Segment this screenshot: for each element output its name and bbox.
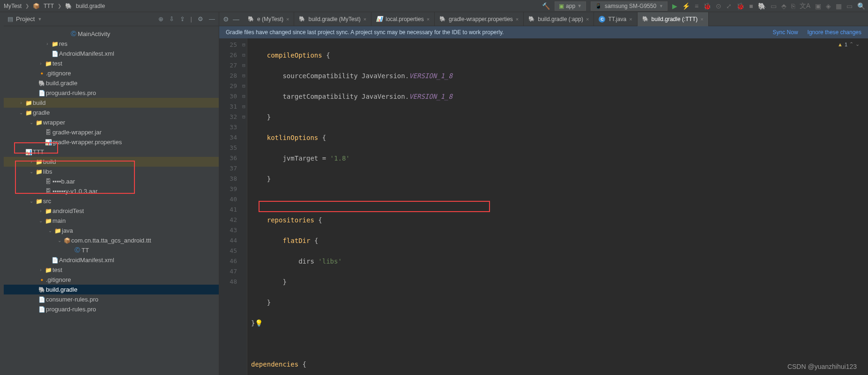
- hide-icon[interactable]: —: [209, 15, 215, 22]
- collapse-icon[interactable]: ⌄: [56, 238, 63, 243]
- editor-tab[interactable]: 🐘e (MyTest)×: [243, 12, 294, 26]
- stop-icon[interactable]: ■: [749, 2, 753, 10]
- tree-item[interactable]: MainActivity: [78, 30, 110, 37]
- sync-now-link[interactable]: Sync Now: [773, 29, 798, 36]
- fold-marker[interactable]: ⊟: [241, 40, 247, 50]
- expand-icon[interactable]: ›: [44, 41, 51, 46]
- inspection-indicator[interactable]: ▲1⌃⌄: [838, 41, 860, 47]
- tree-item[interactable]: proguard-rules.pro: [46, 306, 96, 313]
- editor-tab[interactable]: 🐘build.gradle (MyTest)×: [294, 12, 371, 26]
- tree-item[interactable]: main: [52, 217, 66, 224]
- profile-icon[interactable]: ⊙: [716, 2, 721, 10]
- bc-2t[interactable]: TTT: [43, 3, 55, 9]
- gear-icon[interactable]: ⚙: [198, 15, 203, 22]
- tree-item[interactable]: java: [62, 227, 73, 234]
- avd-icon[interactable]: ▭: [771, 2, 777, 10]
- collapse-icon[interactable]: ⌄: [28, 120, 35, 125]
- tree-item[interactable]: build: [33, 99, 45, 106]
- tree-item[interactable]: build.gradle: [46, 286, 77, 293]
- tree-item[interactable]: build.gradle: [46, 80, 77, 87]
- close-icon[interactable]: ×: [364, 16, 366, 22]
- fold-marker[interactable]: ⊟: [241, 102, 247, 112]
- fold-marker[interactable]: ⊟: [241, 81, 247, 91]
- breadcrumb[interactable]: MyTest❯ 📦TTT❯ 🐘build.gradle: [3, 3, 106, 9]
- gear-icon[interactable]: ⚙: [223, 15, 229, 23]
- tree-item[interactable]: wrapper: [43, 119, 65, 126]
- lang-icon[interactable]: 文A: [800, 2, 810, 10]
- tree-item[interactable]: TTT: [33, 148, 44, 155]
- run-icon[interactable]: ▶: [672, 2, 677, 10]
- layout-insp-icon[interactable]: ▦: [836, 2, 842, 10]
- fold-marker[interactable]: ⊟: [241, 60, 247, 71]
- close-icon[interactable]: ×: [586, 16, 589, 22]
- emulator-icon[interactable]: ▭: [846, 2, 853, 10]
- vcs-icon[interactable]: ⎘: [791, 2, 795, 10]
- collapse-icon[interactable]: ⌄: [18, 149, 24, 154]
- tree-item[interactable]: AndroidManifest.xml: [59, 257, 114, 264]
- search-icon[interactable]: 🔍: [857, 2, 865, 10]
- run-config-dropdown[interactable]: ▣ app ▼: [555, 1, 586, 11]
- tree-item[interactable]: androidTest: [52, 207, 84, 214]
- coverage-icon[interactable]: ⤢: [726, 2, 732, 10]
- code-content[interactable]: compileOptions { sourceCompatibility Jav…: [247, 38, 868, 375]
- tree-item[interactable]: gradle: [33, 109, 50, 116]
- tree-item[interactable]: TT: [82, 247, 89, 254]
- fold-column[interactable]: ⊟ ⊟ ⊟ ⊟⊟⊟ ⊟ ⊟: [241, 38, 247, 375]
- tree-item[interactable]: build: [43, 158, 56, 165]
- collapse-icon[interactable]: ⌄: [18, 110, 24, 115]
- tree-item[interactable]: ▪▪▪▪▪▪y-v1.0.3.aar: [52, 188, 97, 195]
- project-tree[interactable]: ⒸMainActivity ›📁res 📄AndroidManifest.xml…: [4, 26, 219, 375]
- collapse-icon[interactable]: ⌄: [37, 218, 44, 223]
- collapse-icon[interactable]: ⇩: [169, 15, 174, 22]
- expand-icon[interactable]: ›: [37, 267, 44, 272]
- close-icon[interactable]: ×: [286, 16, 289, 22]
- ignore-link[interactable]: Ignore these changes: [808, 29, 861, 36]
- apply-changes-icon[interactable]: ⚡: [682, 2, 690, 10]
- tree-item[interactable]: ▪▪▪▪b.aar: [52, 178, 75, 185]
- close-icon[interactable]: ×: [629, 16, 632, 22]
- expand-icon[interactable]: ›: [37, 61, 44, 66]
- fold-marker[interactable]: ⊟: [241, 112, 247, 122]
- assist-icon[interactable]: ◈: [826, 2, 831, 10]
- bc-1[interactable]: MyTest: [3, 3, 22, 9]
- collapse-icon[interactable]: ⌄: [28, 199, 35, 204]
- tree-item[interactable]: res: [59, 40, 67, 47]
- collapse-icon[interactable]: ⌄: [47, 228, 53, 233]
- code-editor[interactable]: 2526272829303132333435363738394041424344…: [219, 38, 868, 375]
- fold-marker[interactable]: ⊟: [241, 71, 247, 81]
- editor-tab[interactable]: CTT.java×: [594, 12, 637, 26]
- collapse-icon[interactable]: ⌄: [28, 169, 35, 174]
- fold-marker[interactable]: ⊟: [241, 50, 247, 60]
- layout-icon[interactable]: ▣: [815, 2, 821, 10]
- chevron-down-icon[interactable]: ▼: [37, 17, 42, 22]
- sync-icon[interactable]: 🐘: [758, 2, 766, 10]
- tree-item[interactable]: com.cn.tta.tta_gcs_android.ttt: [71, 237, 151, 244]
- tree-item[interactable]: AndroidManifest.xml: [59, 50, 114, 57]
- expand-icon[interactable]: ⇪: [180, 15, 185, 22]
- tree-item[interactable]: consumer-rules.pro: [46, 296, 98, 303]
- expand-icon[interactable]: ›: [28, 159, 35, 164]
- fold-marker[interactable]: ⊟: [241, 91, 247, 102]
- close-icon[interactable]: ×: [700, 16, 703, 22]
- close-icon[interactable]: ×: [427, 16, 430, 22]
- editor-tab[interactable]: 🐘gradle-wrapper.properties×: [435, 12, 524, 26]
- tree-item[interactable]: .gitignore: [46, 70, 71, 77]
- device-dropdown[interactable]: 📱 samsung SM-G9550 ▼: [591, 1, 668, 11]
- panel-title[interactable]: Project: [16, 15, 35, 22]
- expand-icon[interactable]: ›: [37, 208, 44, 213]
- expand-icon[interactable]: ›: [18, 100, 24, 105]
- close-icon[interactable]: ×: [516, 16, 519, 22]
- tree-item[interactable]: test: [52, 266, 62, 273]
- attach-debugger-icon[interactable]: 🐞: [736, 2, 744, 10]
- tree-item[interactable]: gradle-wrapper.jar: [52, 129, 102, 136]
- build-icon[interactable]: 🔨: [542, 2, 550, 10]
- bulb-icon[interactable]: 💡: [255, 319, 263, 327]
- apply-code-icon[interactable]: ≡: [695, 2, 698, 10]
- editor-tab[interactable]: 📊local.properties×: [371, 12, 435, 26]
- left-rail[interactable]: [0, 12, 4, 375]
- tree-item[interactable]: libs: [43, 168, 52, 175]
- tree-item[interactable]: gradle-wrapper.properties: [52, 139, 122, 146]
- hide-icon[interactable]: —: [233, 15, 239, 23]
- tree-item[interactable]: .gitignore: [46, 276, 71, 283]
- editor-tab[interactable]: 🐘build.gradle (:app)×: [524, 12, 594, 26]
